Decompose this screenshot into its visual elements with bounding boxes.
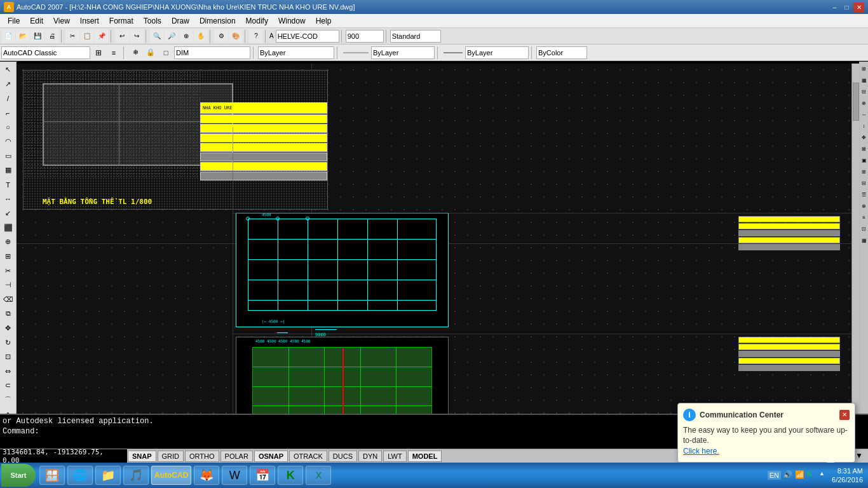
rt-11[interactable]: ⊟ [860,177,868,189]
menu-file[interactable]: File [3,15,25,27]
lt-move[interactable]: ✥ [1,322,15,336]
tb-pan[interactable]: ✋ [194,29,208,43]
lt-leader[interactable]: ↙ [1,207,15,220]
lt-arc[interactable]: ◠ [1,135,15,149]
rt-3[interactable]: ⊟ [860,86,868,97]
rt-9[interactable]: ▣ [860,154,868,166]
polar-btn[interactable]: POLAR [220,451,253,462]
tb-undo[interactable]: ↩ [115,29,129,43]
menu-tools[interactable]: Tools [139,15,166,27]
tray-net[interactable]: 📶 [795,470,805,480]
taskbar-firefox[interactable]: 🦊 [194,466,219,485]
taskbar-word[interactable]: W [222,466,247,485]
lt-scale[interactable]: ⊡ [1,350,15,364]
dimstyle-dropdown[interactable]: Standard [390,30,441,43]
color-dropdown[interactable]: ByLayer [258,46,334,59]
close-button[interactable]: ✕ [853,3,864,12]
lt-fillet[interactable]: ⌒ [1,393,15,407]
tb-copy[interactable]: 📋 [80,29,94,43]
rt-6[interactable]: ↕ [860,120,868,132]
tray-icon3[interactable]: ▼ [855,451,865,461]
taskbar-excel[interactable]: X [306,466,331,485]
rt-5[interactable]: ↔ [860,109,868,120]
rt-2[interactable]: ▦ [860,74,868,86]
tb-help[interactable]: ? [249,29,263,43]
rt-8[interactable]: ⊠ [860,143,868,154]
lt-mirror[interactable]: ⇔ [1,364,15,378]
tray-kaspersky[interactable]: K [807,470,817,480]
clock[interactable]: 8:31 AM 6/26/2016 [832,466,863,485]
menu-view[interactable]: View [48,15,75,27]
lt-rect[interactable]: ▭ [1,149,15,163]
tb-zoom-window[interactable]: 🔍 [150,29,164,43]
linetype-dropdown[interactable]: ByLayer [371,46,435,59]
lt-text[interactable]: T [1,178,15,192]
grid-btn[interactable]: GRID [158,451,184,462]
tb-zoom-realtime[interactable]: ⊕ [179,29,193,43]
lt-extend[interactable]: ⊣ [1,278,15,292]
lineweight-dropdown[interactable]: ByLayer [465,46,529,59]
lt-pick2[interactable]: ↗ [1,78,15,92]
taskbar-calendar[interactable]: 📅 [250,466,275,485]
tb-plot-icon[interactable]: □ [159,46,173,60]
restore-button[interactable]: □ [841,3,852,12]
taskbar-kasp[interactable]: K [278,466,303,485]
taskbar-ie[interactable]: 🌐 [67,466,93,485]
menu-edit[interactable]: Edit [25,15,48,27]
comm-close-button[interactable]: ✕ [839,410,850,420]
lt-trim[interactable]: ✂ [1,264,15,278]
start-button[interactable]: Start [1,464,36,487]
tray-vol[interactable]: 🔊 [783,470,793,480]
lwt-btn[interactable]: LWT [383,451,406,462]
otrack-btn[interactable]: OTRACK [289,451,327,462]
rt-15[interactable]: ⊡ [860,223,868,234]
menu-help[interactable]: Help [311,15,337,27]
v-scrollbar[interactable] [851,64,859,423]
lt-pline[interactable]: ⌐ [1,106,15,120]
rt-10[interactable]: ⊞ [860,166,868,177]
plotstyle-dropdown[interactable]: ByColor [536,46,587,59]
rt-13[interactable]: ⊕ [860,200,868,212]
lt-copy[interactable]: ⧉ [1,307,15,321]
lt-rotate[interactable]: ↻ [1,336,15,349]
lt-circle[interactable]: ○ [1,120,15,134]
tb-paste[interactable]: 📌 [95,29,109,43]
rt-1[interactable]: ⊞ [860,63,868,74]
snap-btn[interactable]: SNAP [128,451,156,462]
taskbar-windows[interactable]: 🪟 [39,466,65,485]
tb-properties[interactable]: ⚙ [214,29,228,43]
rt-12[interactable]: ☰ [860,189,868,200]
rt-14[interactable]: ≡ [860,212,868,223]
menu-modify[interactable]: Modify [241,15,273,27]
ortho-btn[interactable]: ORTHO [185,451,219,462]
lt-line[interactable]: / [1,92,15,105]
taskbar-media[interactable]: 🎵 [123,466,149,485]
tb-lock-icon[interactable]: 🔒 [144,46,158,60]
taskbar-explorer[interactable]: 📁 [95,466,121,485]
minimize-button[interactable]: – [829,3,840,12]
rt-4[interactable]: ⊕ [860,97,868,109]
lt-xref[interactable]: ⊞ [1,250,15,264]
taskbar-autocad[interactable]: AutoCAD [151,466,191,485]
tb-redo[interactable]: ↪ [130,29,144,43]
ducs-btn[interactable]: DUCS [329,451,357,462]
workspace-dropdown[interactable]: AutoCAD Classic [1,46,90,59]
lt-dim[interactable]: ↔ [1,192,15,206]
rt-16[interactable]: ▦ [860,234,868,246]
menu-insert[interactable]: Insert [75,15,104,27]
lt-block[interactable]: ⬛ [1,221,15,235]
canvas-area[interactable]: NHA KHO URE MẶT BẰNG TỔNG THỂ TL 1/800 [17,64,859,423]
lt-hatch[interactable]: ▦ [1,163,15,177]
tb-freeze-icon[interactable]: ❄ [128,46,142,60]
dyn-btn[interactable]: DYN [358,451,382,462]
tray-arrow[interactable]: ▲ [819,470,829,480]
v-scroll-thumb[interactable] [853,83,859,121]
menu-dimension[interactable]: Dimension [194,15,241,27]
menu-window[interactable]: Window [273,15,311,27]
textstyle-dropdown[interactable]: HELVE-COD [276,30,339,43]
tb-matchprop[interactable]: 🎨 [229,29,243,43]
tb-cut[interactable]: ✂ [65,29,79,43]
comm-click-here-link[interactable]: Click here. [683,447,719,456]
tb-new[interactable]: 📄 [1,29,15,43]
rt-7[interactable]: ✥ [860,132,868,143]
